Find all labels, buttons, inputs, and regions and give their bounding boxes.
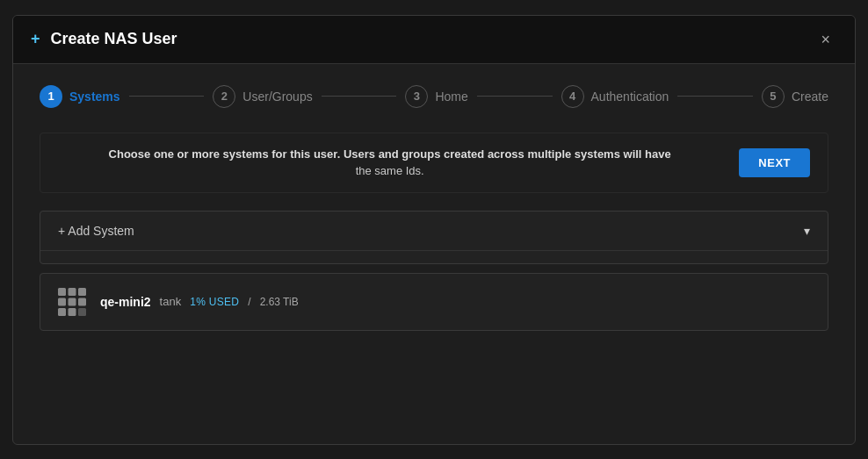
system-info: qe-mini2 tank 1% USED / 2.63 TiB (100, 295, 812, 309)
svg-rect-2 (78, 288, 86, 296)
connector-4-5 (677, 96, 753, 97)
add-system-row[interactable]: + Add System ▾ (40, 212, 828, 250)
add-system-label: + Add System (58, 224, 134, 238)
info-bar: Choose one or more systems for this user… (40, 133, 828, 193)
system-usage-percent: 1% USED (190, 296, 239, 308)
empty-row (40, 251, 828, 263)
step-4: 4 Authentication (561, 85, 669, 108)
svg-rect-5 (78, 298, 86, 305)
info-text: Choose one or more systems for this user… (58, 146, 721, 180)
modal-body: 1 Systems 2 User/Groups 3 (13, 64, 855, 444)
step-3: 3 Home (405, 85, 467, 108)
modal-title: Create NAS User (51, 30, 177, 48)
svg-rect-8 (78, 308, 86, 316)
header-left: + Create NAS User (31, 30, 177, 48)
close-button[interactable]: × (814, 28, 837, 51)
step-1: 1 Systems (40, 85, 120, 108)
step-circle-1: 1 (40, 85, 62, 108)
info-line1: Choose one or more systems for this user… (109, 147, 671, 161)
add-system-panel: + Add System ▾ (40, 211, 828, 264)
stepper: 1 Systems 2 User/Groups 3 (40, 85, 828, 108)
modal-overlay: + Create NAS User × 1 Systems (0, 0, 868, 459)
connector-3-4 (477, 96, 553, 97)
step-label-systems: Systems (69, 90, 120, 104)
svg-rect-0 (58, 288, 66, 296)
step-label-create: Create (792, 90, 828, 104)
nas-icon-svg (56, 286, 88, 318)
next-button[interactable]: NEXT (739, 148, 810, 177)
connector-2-3 (322, 96, 397, 97)
modal: + Create NAS User × 1 Systems (12, 15, 856, 445)
system-capacity: 2.63 TiB (260, 296, 299, 308)
step-label-authentication: Authentication (591, 90, 669, 104)
step-circle-5: 5 (762, 85, 785, 108)
header-plus-icon: + (31, 30, 40, 48)
step-label-usergroups: User/Groups (242, 90, 312, 104)
step-circle-2: 2 (213, 85, 235, 108)
system-name: qe-mini2 (100, 295, 151, 309)
svg-rect-6 (58, 308, 66, 316)
step-circle-3: 3 (405, 85, 428, 108)
nas-icon (56, 286, 88, 318)
system-item[interactable]: qe-mini2 tank 1% USED / 2.63 TiB (40, 273, 828, 331)
step-label-home: Home (435, 90, 467, 104)
svg-rect-3 (58, 298, 66, 305)
step-5: 5 Create (762, 85, 828, 108)
connector-1-2 (129, 96, 205, 97)
svg-rect-7 (69, 308, 76, 316)
info-line2: the same Ids. (356, 164, 424, 177)
svg-rect-1 (69, 288, 76, 296)
modal-header: + Create NAS User × (13, 16, 855, 64)
system-separator: / (248, 296, 250, 308)
system-pool: tank (160, 295, 182, 308)
step-2: 2 User/Groups (213, 85, 312, 108)
chevron-down-icon: ▾ (804, 224, 810, 238)
svg-rect-4 (69, 298, 76, 305)
step-circle-4: 4 (561, 85, 584, 108)
